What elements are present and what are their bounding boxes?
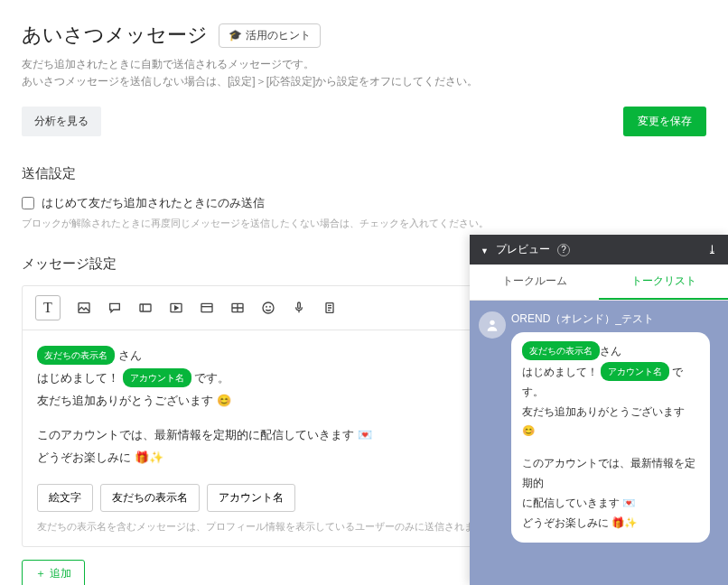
svg-point-6 xyxy=(266,307,267,308)
insert-account-name-button[interactable]: アカウント名 xyxy=(207,484,295,512)
avatar xyxy=(479,311,506,339)
help-icon[interactable] xyxy=(557,243,570,256)
card-tool-icon[interactable] xyxy=(200,301,214,315)
svg-point-10 xyxy=(490,320,494,325)
graduation-cap-icon: 🎓 xyxy=(229,29,242,42)
svg-point-7 xyxy=(270,307,271,308)
tab-talk-list[interactable]: トークリスト xyxy=(599,265,728,300)
page-title: あいさつメッセージ xyxy=(22,22,208,49)
chat-area: OREND（オレンド）_テスト 友だちの表示名さん はじめまして！ アカウント名… xyxy=(470,301,728,585)
add-message-button[interactable]: ＋ 追加 xyxy=(22,560,85,585)
preview-title: プレビュー xyxy=(496,242,550,257)
send-settings-title: 送信設定 xyxy=(22,165,706,182)
gift-emoji-icon: 🎁✨ xyxy=(135,450,163,464)
download-icon[interactable] xyxy=(707,243,717,256)
bubble-friend-name-pill: 友だちの表示名 xyxy=(522,341,600,360)
speech-tool-icon[interactable] xyxy=(107,301,122,315)
smile-emoji-icon: 😊 xyxy=(217,394,231,407)
page-subtitle: 友だち追加されたときに自動で送信されるメッセージです。 あいさつメッセージを送信… xyxy=(22,56,706,90)
svg-rect-8 xyxy=(298,302,301,309)
analytics-button[interactable]: 分析を見る xyxy=(22,107,101,136)
bubble-account-name-pill: アカウント名 xyxy=(601,362,669,381)
gift-emoji-icon: 🎁✨ xyxy=(611,517,637,528)
chevron-down-icon[interactable] xyxy=(481,244,489,256)
svg-rect-3 xyxy=(201,304,212,312)
preview-tabs: トークルーム トークリスト xyxy=(470,265,728,301)
smile-emoji-icon: 😊 xyxy=(522,425,535,436)
first-add-only-row[interactable]: はじめて友だち追加されたときにのみ送信 xyxy=(22,195,706,211)
richmenu-tool-icon[interactable] xyxy=(230,301,245,315)
coupon-tool-icon[interactable] xyxy=(138,301,153,315)
save-button[interactable]: 変更を保存 xyxy=(623,107,706,136)
image-tool-icon[interactable] xyxy=(77,301,91,315)
tab-talk-room[interactable]: トークルーム xyxy=(470,265,599,300)
preview-header[interactable]: プレビュー xyxy=(470,235,728,265)
letter-emoji-icon: 💌 xyxy=(622,497,635,508)
first-add-only-checkbox[interactable] xyxy=(22,197,34,209)
chat-bubble: 友だちの表示名さん はじめまして！ アカウント名 です。 友だち追加ありがとうご… xyxy=(511,332,710,543)
insert-friend-name-button[interactable]: 友だちの表示名 xyxy=(100,484,200,512)
chat-account-name: OREND（オレンド）_テスト xyxy=(511,311,719,327)
hint-button-label: 活用のヒント xyxy=(246,28,311,43)
add-button-label: 追加 xyxy=(50,566,71,581)
svg-point-5 xyxy=(263,302,274,313)
preview-panel: プレビュー トークルーム トークリスト OREND（オレンド）_テスト 友だちの… xyxy=(470,235,728,585)
survey-tool-icon[interactable] xyxy=(322,301,337,315)
insert-emoji-button[interactable]: 絵文字 xyxy=(37,484,93,512)
voice-tool-icon[interactable] xyxy=(292,301,306,315)
video-tool-icon[interactable] xyxy=(169,301,183,315)
first-add-only-label: はじめて友だち追加されたときにのみ送信 xyxy=(42,195,265,211)
letter-emoji-icon: 💌 xyxy=(358,428,372,441)
text-tool-icon[interactable]: T xyxy=(35,295,61,320)
account-name-pill: アカウント名 xyxy=(123,368,191,387)
friend-name-pill: 友だちの表示名 xyxy=(37,346,115,365)
send-settings-hint: ブロックが解除されたときに再度同じメッセージを送信したくない場合は、チェックを入… xyxy=(22,217,706,230)
plus-icon: ＋ xyxy=(35,566,46,581)
usage-hint-button[interactable]: 🎓 活用のヒント xyxy=(219,23,321,48)
emoji-tool-icon[interactable] xyxy=(261,301,275,315)
svg-rect-1 xyxy=(140,304,151,311)
